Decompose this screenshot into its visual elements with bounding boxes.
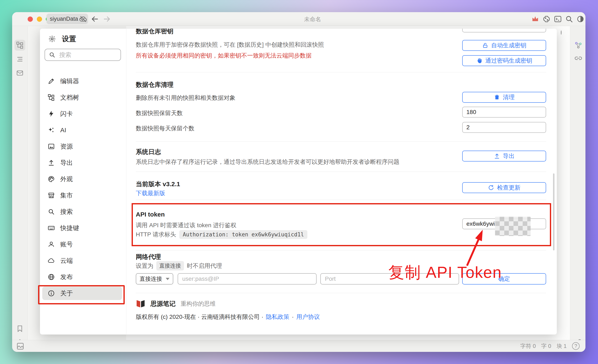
divider — [136, 293, 546, 293]
sidebar-item-cloud[interactable]: 云端 — [42, 254, 122, 267]
search-icon — [48, 208, 55, 215]
lock-icon — [482, 42, 488, 49]
purge-button[interactable]: 清理 — [462, 92, 546, 103]
back-arrow-icon[interactable] — [91, 15, 99, 23]
sidebar-item-about[interactable]: 关于 — [42, 287, 122, 300]
version-heading: 当前版本 v3.2.1 — [136, 180, 180, 189]
sidebar-item-marketplace[interactable]: 集市 — [42, 189, 122, 202]
sidebar-item-publish[interactable]: 发布 — [42, 270, 122, 284]
dialog-close-icon[interactable] — [561, 30, 562, 35]
refresh-icon — [488, 184, 494, 191]
settings-search-input[interactable] — [59, 51, 114, 58]
purge-heading: 数据仓库清理 — [136, 81, 174, 89]
help-icon[interactable]: ? — [572, 342, 580, 350]
palette-icon — [48, 175, 55, 183]
app-slogan: 重构你的思维 — [181, 300, 216, 308]
sidebar-item-hotkeys[interactable]: 快捷键 — [42, 221, 122, 235]
privacy-policy-link[interactable]: 隐私政策 — [266, 313, 289, 321]
snapshot-per-day-input[interactable] — [462, 122, 546, 133]
cloud-icon — [48, 257, 55, 264]
statusbar: 字符 0 字 0 块 1 ? — [12, 340, 585, 352]
snapshot-retention-days-input[interactable] — [462, 107, 546, 117]
export-log-button[interactable]: 导出 — [462, 151, 546, 162]
terminal-icon[interactable] — [554, 15, 562, 23]
char-count: 字符 0 — [520, 342, 536, 350]
sidebar-item-ai[interactable]: AI — [42, 124, 122, 137]
generate-key-by-password-button[interactable]: 通过密码生成密钥 — [462, 55, 546, 66]
proxy-desc-row: 设置为 直接连接 时不启用代理 — [136, 261, 222, 271]
proxy-confirm-button[interactable]: 确定 — [462, 273, 546, 284]
censor-mosaic — [495, 217, 531, 236]
info-icon — [48, 290, 55, 297]
sidebar-item-search[interactable]: 搜索 — [42, 205, 122, 218]
backlinks-icon[interactable] — [574, 55, 582, 63]
direct-connect-chip: 直接连接 — [156, 261, 184, 271]
syslog-desc: 系统日志中保存了程序运行记录，通过导出系统日志发送给开发者可以更好地帮助开发者诊… — [136, 158, 399, 166]
purge-row1-label: 删除所有未引用的快照和相关数据对象 — [136, 94, 235, 102]
repo-key-warning: 所有设备必须使用相同的密钥，如果密钥不一致则无法云端同步数据 — [136, 52, 312, 60]
forward-arrow-icon[interactable] — [102, 15, 111, 23]
content-scrollbar[interactable] — [553, 174, 555, 250]
sidebar-item-assets[interactable]: 资源 — [42, 140, 122, 153]
sparkles-icon — [48, 127, 55, 134]
check-update-button[interactable]: 检查更新 — [462, 182, 546, 193]
inbox-icon[interactable] — [16, 69, 24, 77]
settings-dialog: 设置 编辑器 文档树 闪卡 AI 资源 导出 外观 集市 搜索 — [40, 29, 557, 334]
graph-icon[interactable] — [574, 41, 582, 49]
app-footer: 思源笔记 重构你的思维 — [136, 299, 216, 308]
block-count: 块 1 — [556, 342, 567, 350]
store-icon — [48, 192, 55, 199]
search-icon[interactable] — [565, 15, 573, 23]
cloud-off-icon[interactable] — [79, 15, 87, 23]
keyboard-icon — [48, 224, 55, 232]
left-dock — [12, 26, 28, 340]
settings-title-row: 设置 — [48, 34, 76, 44]
right-dock — [570, 26, 585, 340]
vip-crown-icon[interactable] — [531, 15, 540, 23]
divider — [136, 250, 546, 250]
sidebar-item-flashcard[interactable]: 闪卡 — [42, 107, 122, 121]
upload-icon — [48, 159, 55, 166]
trash-icon — [494, 94, 500, 100]
download-latest-link[interactable]: 下载最新版 — [136, 189, 165, 197]
proxy-type-select[interactable]: 直接连接 — [136, 273, 173, 284]
sidebar-item-doctree[interactable]: 文档树 — [42, 91, 122, 104]
proxy-user-input[interactable] — [178, 273, 316, 284]
bookmark-icon[interactable] — [16, 325, 24, 332]
copyright-row: 版权所有 (c) 2020-现在 · 云南链滴科技有限公司 · 隐私政策 · 用… — [136, 313, 320, 321]
titlebar: siyuanData 未命名 — [12, 12, 585, 26]
proxy-port-input[interactable] — [320, 273, 459, 284]
plugin-icon[interactable] — [542, 15, 551, 23]
divider — [136, 200, 546, 200]
file-tree-icon[interactable] — [16, 41, 24, 49]
traffic-close-button[interactable] — [28, 17, 33, 22]
image-placeholder-icon[interactable] — [16, 342, 24, 350]
auto-generate-key-button[interactable]: 自动生成密钥 — [462, 40, 546, 51]
app-name: 思源笔记 — [150, 299, 175, 308]
copyright-text: 版权所有 (c) 2020-现在 · 云南链滴科技有限公司 · — [136, 313, 263, 321]
purge-row3-label: 数据快照每天保留个数 — [136, 124, 194, 132]
purge-row2-label: 数据快照保留天数 — [136, 109, 183, 117]
sidebar-item-appearance[interactable]: 外观 — [42, 172, 122, 186]
repo-key-input[interactable] — [462, 29, 546, 33]
sidebar-item-editor[interactable]: 编辑器 — [42, 74, 122, 88]
sidebar-item-account[interactable]: 账号 — [42, 238, 122, 251]
pencil-icon — [48, 78, 55, 85]
bolt-icon — [48, 110, 55, 117]
traffic-minimize-button[interactable] — [37, 17, 42, 22]
hand-icon — [476, 58, 482, 64]
repo-key-heading: 数据仓库密钥 — [136, 29, 174, 36]
sidebar-divider — [126, 29, 126, 334]
divider — [136, 141, 546, 142]
person-icon — [48, 241, 55, 248]
settings-search-box[interactable] — [45, 49, 121, 61]
globe-icon — [48, 273, 55, 281]
outline-icon[interactable] — [16, 55, 24, 63]
theme-mode-icon[interactable] — [576, 15, 585, 23]
workspace-name: siyuanData — [50, 16, 78, 22]
divider — [136, 72, 546, 72]
terms-link[interactable]: 用户协议 — [296, 313, 320, 321]
dropdown-arrow-icon — [166, 278, 169, 280]
sidebar-item-export[interactable]: 导出 — [42, 156, 122, 169]
api-token-heading: API token — [136, 211, 165, 218]
